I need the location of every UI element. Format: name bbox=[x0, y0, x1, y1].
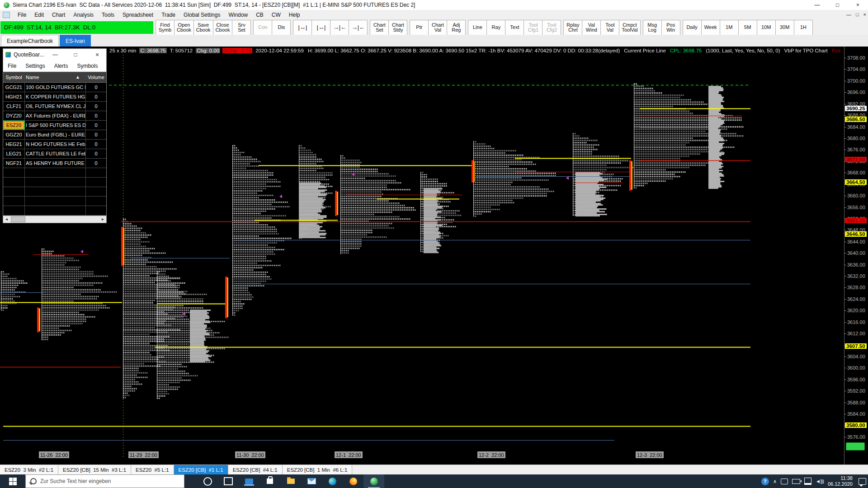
battery-icon[interactable] bbox=[792, 479, 800, 484]
toolbar-button-widen-bars-icon[interactable]: |↔| bbox=[311, 20, 330, 35]
quoteboard-row-DYZ20[interactable]: DYZ20AX Futures (FDAX) - EURE0 bbox=[3, 111, 106, 121]
chartbook-tab-es-ivan[interactable]: ES-Ivan bbox=[60, 35, 91, 47]
task-view-button[interactable] bbox=[218, 474, 239, 488]
toolbar-button-srv-set[interactable]: SrvSet bbox=[232, 20, 251, 35]
quoteboard-row-GCG21[interactable]: GCG21100 GOLD FUTURES GC F0 bbox=[3, 83, 106, 92]
toolbar-button-close-cbook[interactable]: CloseCbook bbox=[213, 20, 233, 35]
quoteboard-row-LEG21[interactable]: LEG21CATTLE FUTURES LE Feb 20 bbox=[3, 149, 106, 159]
toolbar-button-line[interactable]: Line bbox=[468, 20, 487, 35]
cell-name[interactable]: Euro Bund (FGBL) - EUREX bbox=[25, 130, 86, 139]
quoteboard-header-row[interactable]: Symbol Name Volume ▲ bbox=[3, 72, 106, 83]
toolbar-button-dis[interactable]: Dis bbox=[272, 20, 291, 35]
column-header-symbol[interactable]: Symbol bbox=[3, 75, 25, 80]
child-restore-button[interactable]: □ bbox=[856, 12, 859, 17]
cell-name[interactable]: AS HENRY HUB FUTURE N bbox=[25, 159, 86, 168]
toolbar-button-adj-reg[interactable]: AdjReg bbox=[447, 20, 466, 35]
cell-volume[interactable]: 0 bbox=[86, 83, 106, 92]
cell-symbol[interactable]: DYZ20 bbox=[3, 111, 25, 120]
sierra-chart-taskbar-button[interactable] bbox=[363, 474, 384, 488]
quoteboard-menu-settings[interactable]: Settings bbox=[21, 63, 49, 69]
menu-item-chart[interactable]: Chart bbox=[48, 10, 69, 20]
tray-expand-icon[interactable]: ∧ bbox=[773, 479, 777, 484]
cortana-button[interactable] bbox=[197, 474, 218, 488]
cell-volume[interactable]: 0 bbox=[86, 92, 106, 101]
cell-name[interactable]: 100 GOLD FUTURES GC F bbox=[25, 83, 86, 92]
quoteboard-menu-alerts[interactable]: Alerts bbox=[50, 63, 73, 69]
cell-name[interactable]: N HOG FUTURES HE Feb 2 bbox=[25, 140, 86, 149]
chart-tab-esz20-cb-15-min-3-l-1[interactable]: ESZ20 [CB] 15 Min #3 L:1 bbox=[58, 465, 131, 475]
quoteboard-minimize-button[interactable]: — bbox=[48, 49, 62, 61]
quoteboard-row-HGH21[interactable]: HGH21K COPPER FUTURES HG M0 bbox=[3, 92, 106, 102]
toolbar-button-con[interactable]: Con bbox=[253, 20, 272, 35]
volume-icon[interactable]: ◄))) bbox=[816, 479, 824, 484]
cell-name[interactable]: K COPPER FUTURES HG M bbox=[25, 92, 86, 101]
toolbar-button-5m[interactable]: 5M bbox=[738, 20, 757, 35]
cell-volume[interactable]: 0 bbox=[86, 102, 106, 111]
menu-item-edit[interactable]: Edit bbox=[30, 10, 48, 20]
toolbar-button-1m[interactable]: 1M bbox=[720, 20, 739, 35]
toolbar-button-daily[interactable]: Daily bbox=[683, 20, 702, 35]
menu-item-spreadsheet[interactable]: Spreadsheet bbox=[118, 10, 157, 20]
toolbar-button-week[interactable]: Week bbox=[701, 20, 720, 35]
menu-item-tools[interactable]: Tools bbox=[98, 10, 118, 20]
cell-symbol[interactable]: CLF21 bbox=[3, 102, 25, 111]
camera-tray-icon[interactable] bbox=[781, 479, 788, 484]
axis-scale-button[interactable] bbox=[846, 442, 865, 450]
cell-volume[interactable]: 0 bbox=[86, 130, 106, 139]
tpo-chart-canvas[interactable] bbox=[0, 47, 844, 465]
menu-item-cw[interactable]: CW bbox=[268, 10, 285, 20]
cell-name[interactable]: OIL FUTURE NYMEX CL Ja bbox=[25, 102, 86, 111]
help-tray-icon[interactable]: ? bbox=[761, 478, 769, 485]
quoteboard-close-button[interactable]: × bbox=[90, 49, 104, 61]
quoteboard-menu-symbols[interactable]: Symbols bbox=[72, 63, 102, 69]
child-close-button[interactable]: × bbox=[863, 12, 866, 17]
quoteboard-empty-row[interactable] bbox=[3, 206, 106, 216]
cell-symbol[interactable]: HGH21 bbox=[3, 92, 25, 101]
close-button[interactable]: × bbox=[848, 0, 868, 10]
menu-item-file[interactable]: File bbox=[14, 10, 30, 20]
quoteboard-empty-row[interactable] bbox=[3, 168, 106, 178]
scroll-left-icon[interactable]: ◄ bbox=[3, 217, 10, 221]
toolbar-button-chart-val[interactable]: ChartVal bbox=[428, 20, 447, 35]
toolbar-button-val-wind[interactable]: ValWind bbox=[582, 20, 601, 35]
file-explorer-button[interactable] bbox=[280, 474, 301, 488]
toolbar-button-find-symb[interactable]: FindSymb bbox=[156, 20, 175, 35]
cell-volume[interactable]: 0 bbox=[86, 121, 106, 130]
toolbar-button-pos-win[interactable]: PosWin bbox=[661, 20, 680, 35]
menu-item-global-settings[interactable]: Global Settings bbox=[179, 10, 224, 20]
quoteboard-maximize-button[interactable]: □ bbox=[69, 49, 82, 61]
edge-button[interactable] bbox=[322, 474, 343, 488]
toolbar-button-save-cbook[interactable]: SaveCbook bbox=[193, 20, 213, 35]
chartbook-tab-examplechartbook[interactable]: ExampleChartbook bbox=[1, 35, 59, 47]
action-center-icon[interactable] bbox=[859, 478, 866, 485]
chart-tab-esz20-3-min-2-l-1[interactable]: ESZ20 3 Min #2 L:1 bbox=[0, 465, 58, 475]
menu-item-cb[interactable]: CB bbox=[252, 10, 268, 20]
minimize-button[interactable]: — bbox=[807, 0, 827, 10]
cell-volume[interactable]: 0 bbox=[86, 140, 106, 149]
toolbar-button-tool-cfg2[interactable]: ToolCfg2 bbox=[542, 20, 561, 35]
menu-item-trade[interactable]: Trade bbox=[157, 10, 179, 20]
cell-name[interactable]: CATTLE FUTURES LE Feb 2 bbox=[25, 149, 86, 158]
quoteboard-row-GGZ20[interactable]: GGZ20Euro Bund (FGBL) - EUREX0 bbox=[3, 130, 106, 140]
cell-symbol[interactable]: NGF21 bbox=[3, 159, 25, 168]
quoteboard-menu-file[interactable]: File bbox=[3, 63, 21, 69]
toolbar-button-tool-cfg1[interactable]: ToolCfg1 bbox=[524, 20, 542, 35]
scroll-right-icon[interactable]: ► bbox=[99, 217, 106, 221]
remote-desktop-button[interactable] bbox=[239, 474, 259, 488]
toolbar-button-1h[interactable]: 1H bbox=[794, 20, 813, 35]
toolbar-button-ptr[interactable]: Ptr bbox=[410, 20, 429, 35]
quoteboard-row-ESZ20[interactable]: ESZ20I S&P 500 FUTURES ES De0 bbox=[3, 121, 106, 130]
firefox-button[interactable] bbox=[343, 474, 363, 488]
cell-name[interactable]: AX Futures (FDAX) - EURE bbox=[25, 111, 86, 120]
toolbar-button-30m[interactable]: 30M bbox=[775, 20, 794, 35]
cell-symbol[interactable]: ESZ20 bbox=[3, 121, 25, 130]
cell-volume[interactable]: 0 bbox=[86, 111, 106, 120]
toolbar-button-open-cbook[interactable]: OpenCbook bbox=[174, 20, 194, 35]
toolbar-button-fit-bars-icon[interactable]: |↔| bbox=[293, 20, 312, 35]
chart-tab-esz20-cb-1-min-6-l-1[interactable]: ESZ20 [CB] 1 Min #6 L:1 bbox=[283, 465, 353, 475]
mail-button[interactable] bbox=[301, 474, 322, 488]
column-header-volume[interactable]: Volume bbox=[86, 75, 106, 80]
cell-symbol[interactable]: GGZ20 bbox=[3, 130, 25, 139]
toolbar-button-msg-log[interactable]: MsgLog bbox=[643, 20, 662, 35]
quoteboard-row-CLF21[interactable]: CLF21OIL FUTURE NYMEX CL Ja0 bbox=[3, 102, 106, 111]
